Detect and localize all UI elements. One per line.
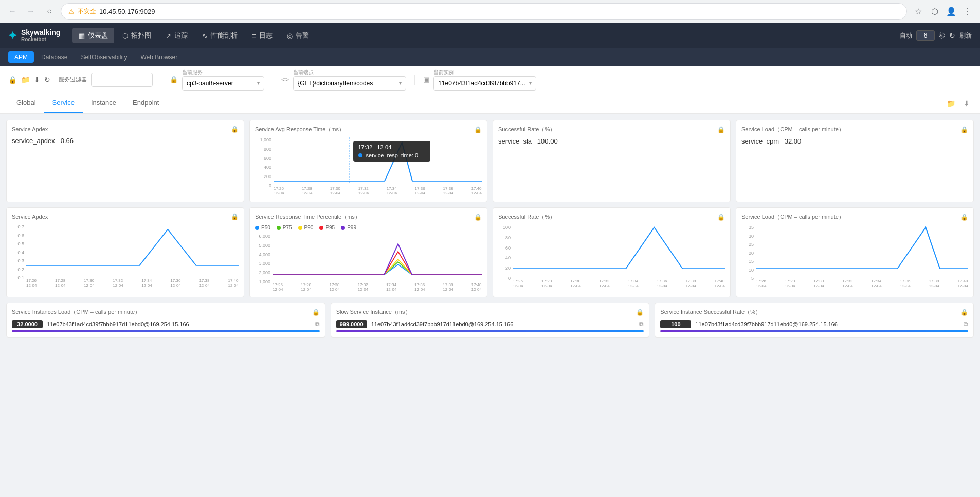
browser-toolbar: ← → ○ ⚠ 不安全 10.45.50.176:9029 ☆ ⬡ 👤 ⋮	[0, 0, 980, 23]
instances-load-lock-icon[interactable]: 🔒	[312, 309, 320, 316]
refresh-interval-input[interactable]	[916, 30, 935, 41]
card-slow-service-instance: Slow Service Instance（ms） 🔒 999.0000 11e…	[331, 303, 650, 338]
nav-label-dashboard: 仪表盘	[88, 31, 108, 40]
app-container: ✦ Skywalking Rocketbot ▦ 仪表盘 ⬡ 拓扑图 ↗ 追踪 …	[0, 23, 980, 497]
chart-successful-rate-value: Successful Rate（%） 🔒 service_sla 100.00	[493, 120, 731, 202]
back-button[interactable]: ←	[5, 4, 20, 19]
tab-instance[interactable]: Instance	[83, 94, 124, 113]
tab-endpoint[interactable]: Endpoint	[124, 94, 167, 113]
tab-service[interactable]: Service	[44, 94, 83, 113]
slow-instance-label: 11e07b43f1ad4cd39f7bbb917d11ebd0@169.254…	[371, 321, 636, 327]
sec-nav-self-observability[interactable]: SelfObservability	[75, 51, 133, 63]
nav-item-dashboard[interactable]: ▦ 仪表盘	[72, 28, 114, 43]
instance-sla-lock-icon[interactable]: 🔒	[960, 309, 968, 316]
filter-group-current-service: 🔒 当前服务 cp3-oauth-server ▾	[170, 69, 264, 91]
apdex-value: service_apdex 0.66	[12, 137, 239, 145]
settings-refresh-icon[interactable]: ↻	[44, 76, 50, 84]
service-load-svg	[756, 225, 968, 276]
current-service-value: cp3-oauth-server	[187, 80, 233, 87]
chart-title-successful-rate-value: Successful Rate（%） 🔒	[498, 126, 725, 133]
auto-label: 自动	[900, 31, 912, 40]
p99-dot	[341, 226, 345, 230]
successful-rate-svg	[513, 225, 725, 276]
logo-main: Skywalking	[21, 28, 60, 37]
endpoint-icon: <>	[281, 76, 289, 83]
content-area: Service Apdex 🔒 service_apdex 0.66 Servi…	[0, 114, 980, 497]
lock-icon[interactable]: 🔒	[8, 76, 17, 84]
star-button[interactable]: ☆	[911, 4, 925, 19]
p50-dot	[255, 226, 259, 230]
charts-row-1: Service Apdex 🔒 service_apdex 0.66 Servi…	[6, 120, 974, 202]
tab-download-icon[interactable]: ⬇	[961, 97, 972, 110]
address-bar[interactable]: ⚠ 不安全 10.45.50.176:9029	[61, 3, 907, 20]
service-load-chart-area: 3530252015105 17:2612-0417:2812-0417:301…	[741, 225, 968, 288]
slow-instance-copy-icon[interactable]: ⧉	[639, 321, 644, 328]
current-endpoint-select[interactable]: {GET}/dictionaryItem/codes ▾	[293, 76, 406, 91]
refresh-button[interactable]: ↻	[949, 31, 955, 40]
tab-folder-icon[interactable]: 📁	[945, 97, 957, 110]
extension-button[interactable]: ⬡	[928, 4, 942, 19]
sla-lock-icon[interactable]: 🔒	[717, 126, 725, 133]
chart-service-apdex-value: Service Apdex 🔒 service_apdex 0.66	[6, 120, 244, 202]
profile-button[interactable]: 👤	[944, 4, 958, 19]
instance-icon: ▣	[423, 76, 429, 83]
nav-item-trace[interactable]: ↗ 追踪	[159, 28, 194, 43]
charts-row-2: Service Apdex 🔒 0.70.60.50.40.30.20.1 17…	[6, 207, 974, 297]
percentile-lock-icon[interactable]: 🔒	[474, 214, 482, 221]
nav-item-performance[interactable]: ∿ 性能剖析	[196, 28, 244, 43]
sec-nav-database[interactable]: Database	[35, 51, 74, 63]
tab-actions: 📁 ⬇	[945, 97, 972, 110]
instances-load-copy-icon[interactable]: ⧉	[315, 321, 320, 328]
topology-icon: ⬡	[122, 32, 128, 40]
legend-p95: P95	[319, 225, 335, 230]
apdex-line-svg	[26, 224, 239, 276]
slow-instance-row: 999.0000 11e07b43f1ad4cd39f7bbb917d11ebd…	[336, 320, 644, 328]
forward-button[interactable]: →	[24, 4, 38, 19]
p95-dot	[319, 226, 323, 230]
log-icon: ≡	[252, 32, 256, 40]
folder-icon[interactable]: 📁	[21, 76, 30, 84]
sla-line-lock-icon[interactable]: 🔒	[717, 214, 725, 221]
instances-load-progress-wrapper	[12, 330, 320, 332]
download-icon[interactable]: ⬇	[34, 76, 40, 84]
current-endpoint-value: {GET}/dictionaryItem/codes	[298, 80, 373, 87]
service-filter-label: 服务过滤器	[59, 76, 87, 83]
nav-right: 自动 秒 ↻ 刷新	[900, 30, 972, 41]
card-service-instances-load: Service Instances Load（CPM – calls per m…	[6, 303, 325, 338]
trace-icon: ↗	[166, 32, 171, 40]
logo-sub: Rocketbot	[21, 37, 60, 43]
sec-nav-apm[interactable]: APM	[8, 51, 34, 63]
sec-nav-web-browser[interactable]: Web Browser	[134, 51, 184, 63]
instance-sla-badge: 100	[660, 320, 691, 328]
apdex-lock-icon[interactable]: 🔒	[231, 126, 239, 133]
alert-icon: ◎	[287, 32, 293, 40]
cpm-line-lock-icon[interactable]: 🔒	[960, 214, 968, 221]
app-logo: ✦ Skywalking Rocketbot	[8, 28, 60, 43]
nav-item-topology[interactable]: ⬡ 拓扑图	[116, 28, 157, 43]
percentile-svg	[273, 234, 482, 280]
nav-item-log[interactable]: ≡ 日志	[246, 28, 279, 43]
apdex-line-lock-icon[interactable]: 🔒	[231, 213, 239, 220]
cpm-lock-icon[interactable]: 🔒	[960, 126, 968, 133]
bottom-row: Service Instances Load（CPM – calls per m…	[6, 303, 974, 338]
instances-load-row: 32.0000 11e07b43f1ad4cd39f7bbb917d11ebd0…	[12, 320, 320, 328]
slow-instance-lock-icon[interactable]: 🔒	[636, 309, 644, 316]
browser-actions: ☆ ⬡ 👤 ⋮	[911, 4, 975, 19]
service-filter-input[interactable]	[91, 73, 153, 87]
reload-button[interactable]: ○	[42, 4, 57, 19]
avg-response-lock-icon[interactable]: 🔒	[474, 126, 482, 133]
current-service-select[interactable]: cp3-oauth-server ▾	[182, 76, 264, 91]
chart-title-service-load-line: Service Load（CPM – calls per minute） 🔒	[741, 213, 968, 221]
instances-load-label: 11e07b43f1ad4cd39f7bbb917d11ebd0@169.254…	[47, 321, 311, 327]
current-instance-select[interactable]: 11e07b43f1ad4cd39f7bbb917... ▾	[433, 76, 536, 91]
menu-button[interactable]: ⋮	[960, 4, 975, 19]
slow-instance-badge: 999.0000	[336, 320, 367, 328]
instance-sla-copy-icon[interactable]: ⧉	[964, 321, 968, 328]
tooltip-series: service_resp_time: 0	[358, 152, 425, 158]
cpm-value: service_cpm 32.00	[741, 137, 968, 145]
tab-global[interactable]: Global	[8, 94, 44, 113]
nav-label-log: 日志	[259, 31, 273, 40]
nav-item-alert[interactable]: ◎ 告警	[281, 28, 315, 43]
chart-title-service-apdex-value: Service Apdex 🔒	[12, 126, 239, 133]
service-lock-icon: 🔒	[170, 76, 178, 83]
